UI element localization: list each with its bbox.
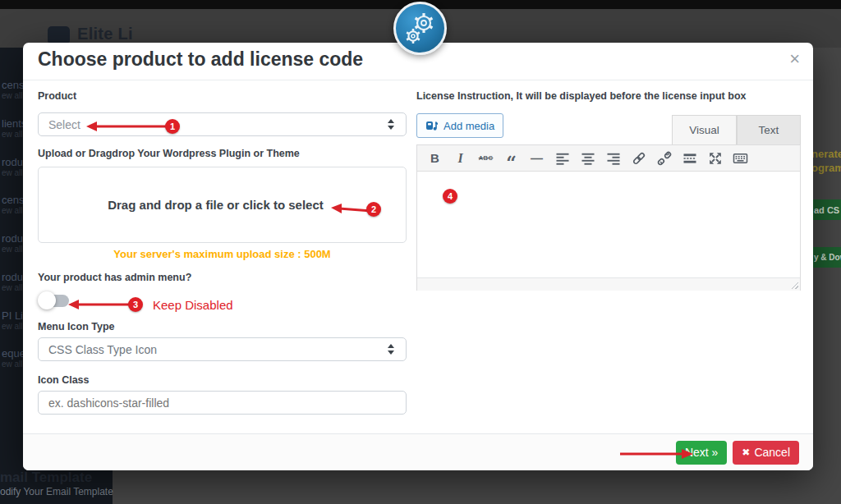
close-icon[interactable]: ×: [789, 49, 800, 69]
align-right-icon: [606, 151, 621, 166]
menu-icon-type-label: Menu Icon Type: [38, 321, 115, 332]
link-button[interactable]: [628, 149, 649, 168]
align-center-button[interactable]: [577, 149, 598, 168]
annotation-arrow-next: [618, 447, 694, 461]
italic-button[interactable]: I: [450, 149, 471, 168]
keep-disabled-note: Keep Disabled: [153, 298, 233, 312]
read-more-icon: [682, 151, 697, 166]
select-arrows-icon: [388, 344, 396, 355]
horizontal-rule-button[interactable]: —: [526, 149, 547, 168]
strikethrough-button[interactable]: ABC: [476, 149, 496, 168]
admin-menu-toggle[interactable]: [38, 291, 71, 309]
modal-footer: Next » ✖ Cancel: [23, 433, 813, 470]
select-arrows-icon: [388, 119, 396, 130]
tab-text[interactable]: Text: [737, 115, 801, 144]
toggle-knob: [38, 291, 56, 309]
annotation-badge-3: 3: [128, 297, 143, 312]
align-right-button[interactable]: [603, 149, 623, 168]
fullscreen-button[interactable]: [705, 149, 725, 168]
align-center-icon: [581, 151, 595, 166]
add-license-modal: Choose product to add license code × Pro…: [23, 43, 813, 470]
background-text-fragment: nerate: [811, 148, 841, 160]
editor-content[interactable]: [417, 172, 800, 277]
editor-toolbar: B I ABC “ —: [417, 145, 800, 172]
fullscreen-icon: [708, 151, 723, 166]
media-icon: [425, 119, 439, 132]
background-button-fragment: y & Dow: [809, 247, 841, 268]
screen: Elite Li cens ew all l lients ew all C r…: [0, 0, 841, 504]
app-logo: [393, 2, 447, 55]
upload-size-note: Your server's maximum upload size : 500M: [38, 248, 407, 260]
dropzone-text: Drag and drop a file or click to select: [108, 198, 324, 212]
app-brand-text: Elite Li: [77, 25, 133, 44]
upload-label: Upload or Dragdrop Your Wordpress Plugin…: [38, 148, 300, 159]
icon-class-input[interactable]: [38, 391, 407, 415]
gears-icon: [396, 4, 444, 53]
menu-icon-type-select[interactable]: CSS Class Type Icon: [38, 337, 407, 361]
tab-visual[interactable]: Visual: [672, 115, 737, 144]
bold-button[interactable]: B: [425, 149, 445, 168]
admin-menu-label: Your product has admin menu?: [38, 272, 191, 283]
background-text-fragment: ogram: [811, 162, 841, 174]
app-brand: Elite Li: [48, 25, 133, 44]
product-label: Product: [38, 90, 76, 102]
resize-grip-icon[interactable]: [789, 280, 798, 289]
annotation-arrow-1: [85, 118, 171, 135]
annotation-badge-1: 1: [165, 119, 180, 134]
unlink-button[interactable]: [654, 149, 674, 168]
link-icon: [632, 151, 646, 166]
annotation-badge-2: 2: [366, 202, 381, 217]
blockquote-button[interactable]: “: [501, 149, 522, 168]
app-brand-icon: [48, 26, 70, 43]
align-left-icon: [555, 151, 570, 166]
align-left-button[interactable]: [552, 149, 572, 168]
annotation-badge-4: 4: [443, 189, 457, 204]
sidebar-item: eque ew all: [2, 347, 25, 369]
editor-statusbar: [417, 277, 800, 291]
unlink-icon: [657, 151, 672, 166]
cancel-button[interactable]: ✖ Cancel: [733, 441, 799, 465]
sidebar-item-email-template: mail Template odify Your Email Template: [0, 470, 113, 498]
modal-title: Choose product to add license code: [38, 48, 363, 71]
annotation-arrow-3: [67, 297, 133, 312]
keyboard-shortcuts-button[interactable]: [730, 149, 751, 168]
rich-text-editor: B I ABC “ —: [416, 144, 801, 291]
read-more-button[interactable]: [679, 149, 700, 168]
icon-class-label: Icon Class: [38, 374, 90, 386]
background-button-fragment: ad CS: [809, 199, 841, 220]
add-media-button[interactable]: Add media: [416, 113, 503, 138]
keyboard-icon: [733, 151, 748, 166]
license-instruction-label: License Instruction, It will be displaye…: [416, 90, 746, 102]
cancel-x-icon: ✖: [742, 447, 750, 458]
